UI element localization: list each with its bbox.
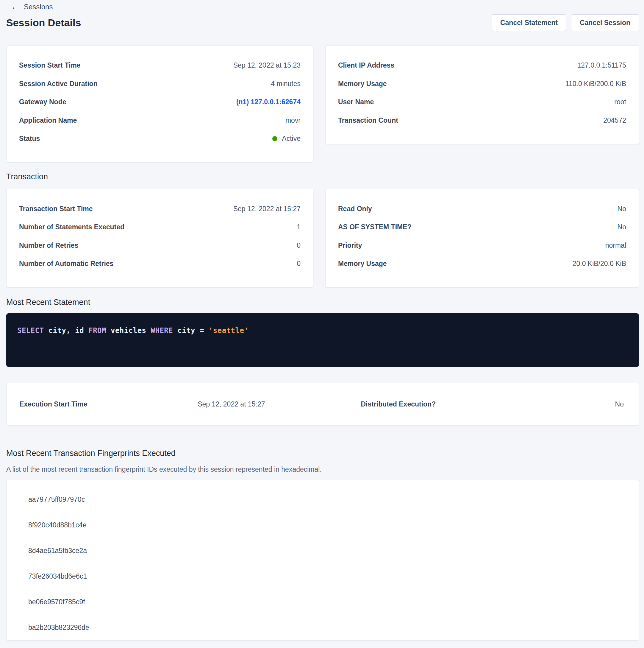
sql-token: 'seattle'	[209, 326, 249, 335]
distributed-execution-value: No	[615, 400, 624, 408]
fingerprint-item: 8f920c40d88b1c4e	[28, 522, 626, 529]
info-label: Transaction Count	[338, 116, 398, 124]
info-row-session-active-duration: Session Active Duration 4 minutes	[19, 75, 301, 93]
sql-token: SELECT	[17, 326, 44, 335]
info-row-read-only: Read Only No	[338, 200, 626, 218]
info-value: No	[618, 205, 626, 213]
info-row-transaction-start-time: Transaction Start Time Sep 12, 2022 at 1…	[19, 200, 301, 218]
info-label: Session Active Duration	[19, 80, 98, 88]
info-value: Sep 12, 2022 at 15:23	[233, 61, 301, 69]
info-label: Client IP Address	[338, 61, 394, 69]
breadcrumb-label: Sessions	[24, 3, 53, 11]
fingerprint-item: be06e9570f785c9f	[28, 599, 626, 605]
info-row-gateway-node: Gateway Node (n1) 127.0.0.1:62674	[19, 93, 301, 111]
info-row-as-of-system-time: AS OF SYSTEM TIME? No	[338, 218, 626, 236]
info-label: Transaction Start Time	[19, 205, 93, 213]
fingerprint-item: 73fe26034bd6e6c1	[28, 573, 626, 580]
info-value: Sep 12, 2022 at 15:27	[233, 205, 301, 213]
info-value: 110.0 KiB/200.0 KiB	[566, 80, 626, 88]
info-label: Status	[19, 134, 40, 143]
info-label: Session Start Time	[19, 61, 81, 69]
session-card-left: Session Start Time Sep 12, 2022 at 15:23…	[6, 45, 313, 163]
info-value: 4 minutes	[271, 80, 301, 88]
sql-token: city =	[173, 326, 209, 335]
statement-section-title: Most Recent Statement	[6, 297, 639, 307]
header-actions: Cancel Statement Cancel Session	[491, 14, 639, 31]
info-value: 204572	[603, 116, 626, 124]
info-value: 20.0 KiB/20.0 KiB	[573, 260, 626, 268]
sql-statement-box: SELECT city, id FROM vehicles WHERE city…	[6, 313, 639, 367]
info-label: AS OF SYSTEM TIME?	[338, 223, 412, 231]
fingerprint-item: aa79775ff097970c	[28, 496, 626, 503]
back-arrow-icon: ←	[11, 3, 19, 11]
cancel-session-button[interactable]: Cancel Session	[571, 14, 639, 31]
info-row-user-name: User Name root	[338, 93, 626, 111]
sql-token: FROM	[89, 326, 106, 335]
sql-token: city, id	[44, 326, 89, 335]
info-label: Application Name	[19, 116, 77, 124]
status-text: Active	[282, 134, 301, 143]
info-row-status: Status Active	[19, 129, 301, 148]
page-header: Session Details Cancel Statement Cancel …	[6, 14, 639, 31]
info-row-session-start-time: Session Start Time Sep 12, 2022 at 15:23	[19, 56, 301, 75]
sql-statement: SELECT city, id FROM vehicles WHERE city…	[17, 326, 627, 335]
session-summary-row: Session Start Time Sep 12, 2022 at 15:23…	[6, 45, 639, 163]
info-value: No	[618, 223, 626, 231]
fingerprints-description: A list of the most recent transaction fi…	[6, 465, 639, 474]
status-badge: Active	[272, 134, 301, 143]
transaction-card-left: Transaction Start Time Sep 12, 2022 at 1…	[6, 189, 313, 288]
page-title: Session Details	[6, 16, 81, 29]
sql-token: WHERE	[151, 326, 173, 335]
info-label: Gateway Node	[19, 98, 66, 106]
info-value: 0	[297, 241, 301, 250]
fingerprint-item: 8d4ae61a5fb3ce2a	[28, 547, 626, 554]
info-label: Number of Statements Executed	[19, 223, 124, 231]
info-row-memory-usage: Memory Usage 110.0 KiB/200.0 KiB	[338, 75, 626, 93]
info-value: 127.0.0.1:51175	[577, 61, 626, 69]
transaction-section-title: Transaction	[6, 171, 639, 182]
fingerprints-card: aa79775ff097970c 8f920c40d88b1c4e 8d4ae6…	[6, 480, 639, 641]
fingerprints-section-title: Most Recent Transaction Fingerprints Exe…	[6, 448, 639, 458]
status-active-dot-icon	[272, 136, 277, 141]
info-row-application-name: Application Name movr	[19, 111, 301, 130]
info-label: Read Only	[338, 205, 372, 213]
sql-token: vehicles	[106, 326, 151, 335]
info-value: movr	[285, 116, 301, 124]
info-value: 0	[297, 260, 301, 268]
info-row-client-ip: Client IP Address 127.0.0.1:51175	[338, 56, 626, 75]
gateway-node-link[interactable]: (n1) 127.0.0.1:62674	[236, 98, 301, 106]
session-card-right: Client IP Address 127.0.0.1:51175 Memory…	[325, 45, 639, 144]
execution-start-time-value: Sep 12, 2022 at 15:27	[197, 400, 361, 408]
session-details-page: ← Sessions Session Details Cancel Statem…	[0, 0, 644, 641]
info-label: Priority	[338, 241, 362, 250]
transaction-card-right: Read Only No AS OF SYSTEM TIME? No Prior…	[325, 189, 639, 288]
info-label: Number of Retries	[19, 241, 78, 250]
info-row-automatic-retries: Number of Automatic Retries 0	[19, 255, 301, 273]
info-row-txn-memory-usage: Memory Usage 20.0 KiB/20.0 KiB	[338, 255, 626, 273]
info-row-statements-executed: Number of Statements Executed 1	[19, 218, 301, 236]
info-value: normal	[605, 241, 626, 250]
cancel-statement-button[interactable]: Cancel Statement	[491, 14, 566, 31]
info-label: Memory Usage	[338, 80, 387, 88]
info-label: User Name	[338, 98, 374, 106]
execution-start-time-label: Execution Start Time	[19, 400, 197, 408]
transaction-summary-row: Transaction Start Time Sep 12, 2022 at 1…	[6, 189, 639, 288]
info-row-priority: Priority normal	[338, 236, 626, 255]
info-row-retries: Number of Retries 0	[19, 236, 301, 255]
fingerprint-item: ba2b203b823296de	[28, 624, 626, 631]
info-value: 1	[297, 223, 301, 231]
info-row-transaction-count: Transaction Count 204572	[338, 111, 626, 130]
info-value: root	[614, 98, 626, 106]
info-label: Memory Usage	[338, 260, 387, 268]
breadcrumb-sessions-link[interactable]: ← Sessions	[6, 2, 53, 11]
execution-summary-card: Execution Start Time Sep 12, 2022 at 15:…	[6, 383, 639, 426]
info-label: Number of Automatic Retries	[19, 260, 113, 268]
distributed-execution-label: Distributed Execution?	[361, 400, 436, 408]
